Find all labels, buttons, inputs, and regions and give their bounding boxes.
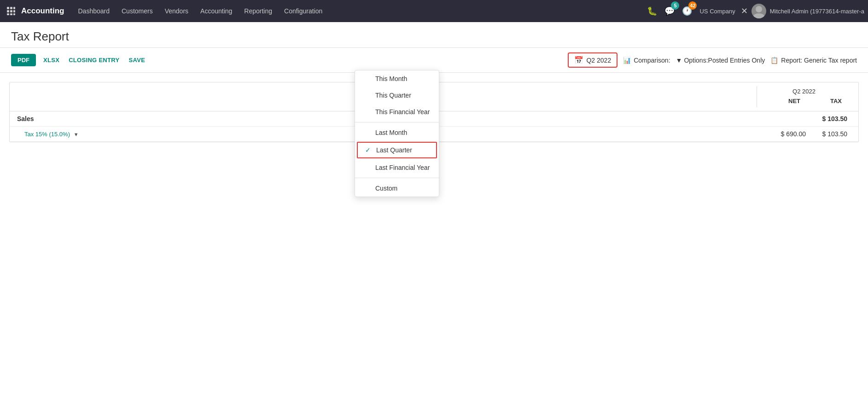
- expand-arrow-icon[interactable]: ▼: [74, 132, 79, 137]
- period-label: Q2 2022: [763, 88, 845, 95]
- grid-menu-icon[interactable]: [4, 4, 18, 18]
- svg-rect-6: [7, 13, 9, 15]
- calendar-icon: 📅: [574, 56, 583, 64]
- closing-entry-button[interactable]: CLOSING ENTRY: [67, 54, 121, 66]
- close-icon[interactable]: ✕: [741, 6, 748, 16]
- svg-rect-3: [7, 10, 9, 12]
- report-label: Report: Generic Tax report: [781, 57, 857, 64]
- report-button[interactable]: 📋 Report: Generic Tax report: [770, 57, 857, 64]
- nav-accounting[interactable]: Accounting: [195, 5, 238, 17]
- options-label: Options:Posted Entries Only: [684, 57, 765, 64]
- dropdown-item-this-financial-year[interactable]: This Financial Year: [355, 104, 439, 120]
- activity-count-badge: 42: [688, 1, 697, 10]
- top-navigation: Accounting Dashboard Customers Vendors A…: [0, 0, 868, 22]
- activity-badge-wrapper[interactable]: 🕐 42: [680, 4, 694, 18]
- nav-dashboard[interactable]: Dashboard: [73, 5, 116, 17]
- svg-point-10: [753, 13, 764, 18]
- dropdown-item-last-quarter[interactable]: ✓ Last Quarter: [357, 142, 437, 158]
- nav-vendors[interactable]: Vendors: [159, 5, 194, 17]
- bar-chart-icon: 📊: [623, 57, 631, 64]
- page-header: Tax Report: [0, 22, 868, 48]
- svg-point-9: [756, 6, 762, 12]
- xlsx-button[interactable]: XLSX: [41, 54, 61, 66]
- toolbar: PDF XLSX CLOSING ENTRY SAVE 📅 Q2 2022 📊 …: [0, 48, 868, 73]
- bug-icon[interactable]: 🐛: [645, 4, 659, 18]
- dropdown-divider-2: [355, 178, 439, 178]
- svg-rect-4: [10, 10, 12, 12]
- col-headers: NET TAX: [763, 97, 845, 105]
- col-tax-header: TAX: [804, 97, 845, 105]
- date-dropdown: This Month This Quarter This Financial Y…: [355, 70, 439, 197]
- last-financial-year-label: Last Financial Year: [375, 164, 430, 171]
- chat-badge-wrapper[interactable]: 💬 5: [663, 4, 676, 18]
- page-content: Tax Report PDF XLSX CLOSING ENTRY SAVE 📅…: [0, 22, 868, 412]
- dropdown-item-this-month[interactable]: This Month: [355, 70, 439, 87]
- options-button[interactable]: ▼ Options:Posted Entries Only: [676, 57, 765, 64]
- dropdown-item-last-month[interactable]: Last Month: [355, 124, 439, 141]
- date-period-label: Q2 2022: [586, 57, 611, 64]
- report-period: Q2 2022 NET TAX: [757, 86, 851, 107]
- tax-net-value: $ 690.00: [768, 129, 810, 139]
- nav-reporting[interactable]: Reporting: [239, 5, 278, 17]
- svg-rect-8: [13, 13, 15, 15]
- last-month-label: Last Month: [375, 129, 407, 136]
- this-quarter-label: This Quarter: [375, 92, 411, 99]
- tax-tax-value: $ 103.50: [810, 129, 851, 139]
- app-brand: Accounting: [21, 6, 64, 16]
- sales-net: [768, 114, 810, 123]
- dropdown-item-custom[interactable]: Custom: [355, 180, 439, 197]
- comparison-label: Comparison:: [634, 57, 670, 64]
- sales-values: $ 103.50: [768, 114, 851, 123]
- dropdown-item-last-financial-year[interactable]: Last Financial Year: [355, 159, 439, 176]
- report-icon: 📋: [770, 57, 778, 64]
- chat-count-badge: 5: [671, 1, 679, 10]
- comparison-button[interactable]: 📊 Comparison:: [623, 57, 670, 64]
- col-net-header: NET: [763, 97, 804, 105]
- svg-rect-1: [10, 7, 12, 9]
- custom-label: Custom: [375, 185, 397, 192]
- username-label: Mitchell Admin (19773614-master-a: [770, 8, 864, 15]
- this-financial-year-label: This Financial Year: [375, 108, 430, 116]
- date-period-button[interactable]: 📅 Q2 2022: [568, 52, 618, 68]
- tax-sub-values: $ 690.00 $ 103.50: [768, 129, 851, 139]
- filter-icon: ▼: [676, 57, 682, 64]
- topnav-right-section: 🐛 💬 5 🕐 42 US Company ✕ Mitchell Admin (…: [645, 4, 864, 18]
- svg-rect-0: [7, 7, 9, 9]
- dropdown-item-this-quarter[interactable]: This Quarter: [355, 87, 439, 104]
- save-button[interactable]: SAVE: [127, 54, 147, 66]
- pdf-button[interactable]: PDF: [11, 54, 36, 66]
- svg-rect-5: [13, 10, 15, 12]
- dropdown-divider-1: [355, 122, 439, 122]
- svg-rect-2: [13, 7, 15, 9]
- nav-configuration[interactable]: Configuration: [279, 5, 328, 17]
- nav-customers[interactable]: Customers: [116, 5, 158, 17]
- last-quarter-label: Last Quarter: [376, 146, 412, 154]
- page-title: Tax Report: [11, 29, 857, 44]
- tax-label-text: Tax 15% (15.0%): [24, 131, 70, 138]
- svg-rect-7: [10, 13, 12, 15]
- sales-tax: $ 103.50: [810, 114, 851, 123]
- avatar[interactable]: [751, 4, 766, 18]
- this-month-label: This Month: [375, 75, 407, 82]
- check-icon: ✓: [365, 146, 373, 154]
- company-name[interactable]: US Company: [699, 8, 735, 15]
